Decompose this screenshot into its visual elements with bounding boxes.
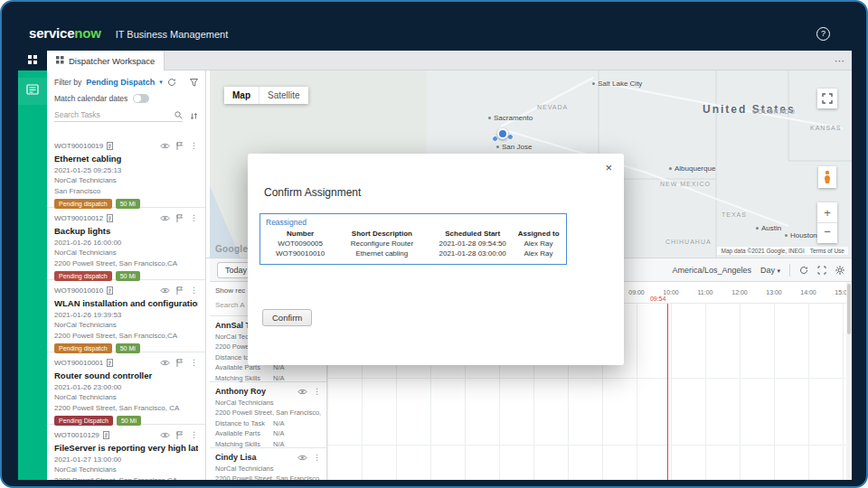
zoom-out-button[interactable]: −: [817, 223, 837, 243]
map-marker-small[interactable]: [507, 134, 514, 140]
close-icon[interactable]: ×: [605, 161, 612, 174]
task-address: 2200 Powell Street, San Francisco,CA: [54, 259, 198, 267]
map-attribution: Map data ©2021 Google, INEGI Terms of Us…: [717, 247, 848, 255]
chevron-down-icon: ▾: [777, 267, 780, 274]
eye-icon[interactable]: [160, 215, 170, 221]
filter-state-dropdown[interactable]: Pending Dispatch: [86, 78, 155, 87]
kebab-menu-icon[interactable]: ⋮: [190, 142, 198, 150]
agent-card-header: Cindy Lisa⋮: [215, 453, 321, 462]
task-company: NorCal Technicians: [54, 321, 198, 329]
pegman-button[interactable]: [818, 166, 836, 188]
schedule-scrollbar[interactable]: [846, 282, 852, 480]
attribution-text: Map data ©2021 Google, INEGI: [721, 248, 804, 254]
map-label-chihuahua: CHIHUAHUA: [665, 239, 712, 245]
grid-line: [671, 304, 672, 480]
time-tick: 10:00: [658, 289, 684, 296]
task-card[interactable]: WOT90010019⋮Ethernet cabling2021-01-25 0…: [47, 136, 205, 208]
assignment-cell: Alex Ray: [516, 239, 561, 249]
grid-line: [843, 304, 844, 480]
task-badges: Pending dispatch50 Mi: [54, 199, 198, 209]
kebab-menu-icon[interactable]: ⋮: [190, 286, 198, 295]
assignment-cell: Reconfigure Router: [335, 239, 429, 249]
kebab-menu-icon[interactable]: ⋮: [190, 214, 198, 222]
refresh-schedule-icon[interactable]: [799, 266, 808, 275]
sidebar-item-dispatch-list[interactable]: [18, 78, 47, 105]
logo-service: service: [29, 25, 74, 41]
sort-icon[interactable]: [190, 112, 198, 120]
agent-company: NorCal Technicians: [215, 465, 321, 473]
range-dropdown[interactable]: Day ▾: [760, 266, 780, 275]
gear-icon[interactable]: [835, 266, 844, 275]
map-fullscreen-button[interactable]: [817, 89, 837, 108]
zoom-in-button[interactable]: +: [817, 202, 837, 223]
scrollbar-thumb[interactable]: [847, 284, 851, 334]
task-number: WOT90010010: [54, 286, 103, 295]
attribute-label: Matching Skills: [215, 440, 273, 448]
map-label-kansas: KANSAS: [810, 125, 841, 131]
task-datetime: 2021-01-26 23:00:00: [54, 383, 198, 391]
map-label-nevada: NEVADA: [537, 104, 568, 110]
task-filters: Filter by Pending Dispatch ▾ Match calen…: [47, 70, 205, 122]
search-icon[interactable]: [175, 111, 183, 119]
task-card[interactable]: WOT90010001⋮Router sound controller2021-…: [47, 352, 205, 425]
task-card-list: WOT90010019⋮Ethernet cabling2021-01-25 0…: [47, 136, 205, 480]
time-tick: 13:00: [761, 289, 787, 296]
eye-icon[interactable]: [160, 432, 170, 438]
task-card[interactable]: WOT90010010⋮WLAN installation and config…: [47, 280, 205, 352]
match-calendar-toggle[interactable]: [133, 94, 149, 103]
reassigned-caption: Reassigned: [266, 218, 561, 227]
satellite-view-button[interactable]: Satellite: [259, 87, 308, 104]
flag-icon[interactable]: [176, 359, 184, 367]
flag-icon[interactable]: [176, 286, 184, 295]
confirm-button[interactable]: Confirm: [262, 309, 312, 326]
toolbar-divider: [789, 264, 790, 277]
task-card[interactable]: WOT0010129⋮FileServer is reporting very …: [47, 425, 205, 480]
terms-of-use-link[interactable]: Terms of Use: [810, 248, 844, 254]
task-card-header: WOT90010012⋮: [54, 213, 198, 222]
tab-overflow-button[interactable]: ⋯: [835, 51, 844, 70]
eye-icon[interactable]: [297, 455, 307, 461]
col-assigned-to: Assigned to: [516, 229, 561, 239]
kebab-menu-icon[interactable]: ⋮: [313, 388, 321, 396]
task-number: WOT90010019: [54, 142, 103, 150]
refresh-tasks-icon[interactable]: [167, 78, 176, 87]
help-icon[interactable]: ?: [816, 27, 830, 41]
timezone-label: America/Los_Angeles: [672, 266, 751, 275]
flag-icon[interactable]: [176, 431, 184, 439]
task-number: WOT0010129: [54, 431, 99, 439]
map-label-albuquerque: Albuquerque: [669, 164, 715, 173]
time-tick: 12:00: [727, 289, 752, 296]
eye-icon[interactable]: [160, 287, 170, 294]
tab-dispatcher-workspace[interactable]: Dispatcher Workspace: [47, 51, 165, 70]
map-marker[interactable]: [497, 128, 508, 139]
flag-icon[interactable]: [176, 214, 184, 222]
agent-card[interactable]: Anthony Roy⋮NorCal Technicians2200 Powel…: [210, 382, 326, 448]
assignment-row: WOT0090005Reconfigure Router2021-01-28 0…: [266, 239, 561, 249]
grid-line: [808, 304, 809, 480]
task-datetime: 2021-01-25 09:25:13: [54, 166, 198, 174]
eye-icon[interactable]: [160, 360, 170, 366]
map-view-button[interactable]: Map: [224, 87, 259, 104]
grid-line: [740, 304, 741, 480]
filter-funnel-icon[interactable]: [190, 79, 198, 87]
eye-icon[interactable]: [160, 143, 170, 149]
task-address: 2200 Powell Street, San Francisco, CA: [54, 404, 198, 412]
flag-icon[interactable]: [176, 142, 184, 150]
agent-attribute: Distance to TaskN/A: [215, 419, 321, 427]
search-input[interactable]: [54, 110, 175, 119]
eye-icon[interactable]: [297, 389, 307, 395]
task-company: NorCal Technicians: [54, 176, 198, 184]
kebab-menu-icon[interactable]: ⋮: [190, 359, 198, 367]
task-card[interactable]: WOT90010012⋮Backup lights2021-01-26 16:0…: [47, 208, 205, 280]
expand-icon[interactable]: [817, 266, 826, 275]
confirm-assignment-modal: × Confirm Assignment Reassigned Number S…: [248, 154, 624, 365]
assignment-cell: WOT0090005: [266, 239, 335, 249]
kebab-menu-icon[interactable]: ⋮: [190, 431, 198, 439]
status-badge: Pending Dispatch: [54, 416, 113, 426]
task-card-actions: ⋮: [160, 359, 198, 367]
assignment-table: Reassigned Number Short Description Sche…: [259, 213, 567, 265]
agent-card[interactable]: Cindy Lisa⋮NorCal Technicians2200 Powell…: [210, 448, 326, 480]
kebab-menu-icon[interactable]: ⋮: [313, 454, 321, 462]
map-zoom-control: + −: [817, 202, 837, 243]
app-launcher-button[interactable]: [18, 51, 47, 70]
